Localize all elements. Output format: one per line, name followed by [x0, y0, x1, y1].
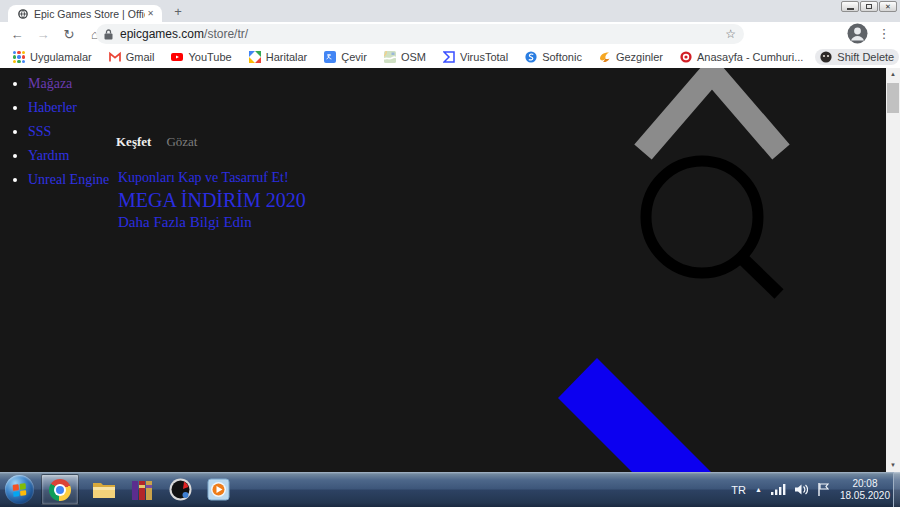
- network-signal-icon[interactable]: [771, 484, 786, 495]
- show-desktop-button[interactable]: [893, 472, 900, 507]
- url-domain: epicgames.com: [120, 27, 204, 41]
- apps-grid-icon: [13, 51, 25, 63]
- tab-browse[interactable]: Gözat: [166, 134, 197, 150]
- chevron-up-graphic: [643, 72, 781, 152]
- nav-item-magaza: Mağaza: [28, 76, 109, 92]
- bookmark-star-icon[interactable]: ☆: [725, 27, 736, 41]
- store-tabs: Keşfet Gözat: [116, 134, 197, 150]
- taskbar-clock[interactable]: 20:08 18.05.2020: [840, 478, 890, 502]
- osm-map-icon: [384, 51, 396, 63]
- taskbar-wmp-button[interactable]: [199, 474, 237, 505]
- bookmark-apps[interactable]: Uygulamalar: [8, 49, 97, 65]
- action-center-flag-icon[interactable]: [817, 483, 829, 496]
- bookmark-anasayfa[interactable]: Anasayfa - Cumhuri...: [675, 49, 808, 65]
- taskbar-chrome-button[interactable]: [41, 474, 79, 505]
- maps-icon: [249, 51, 261, 63]
- profile-avatar[interactable]: [847, 23, 868, 44]
- blue-bar-graphic: [558, 358, 711, 472]
- shift-delete-icon: [820, 51, 832, 63]
- magnifier-handle-graphic: [742, 258, 779, 294]
- minimize-icon: [847, 8, 854, 10]
- maximize-icon: [866, 4, 872, 9]
- nav-item-unreal-engine: Unreal Engine: [28, 172, 109, 188]
- window-controls: ✕: [841, 1, 897, 12]
- gezginler-icon: [599, 51, 611, 63]
- bookmark-translate[interactable]: Çevir: [319, 49, 372, 65]
- tab-strip: Epic Games Store | Official Site ✕ + ✕: [0, 0, 900, 22]
- taskbar-explorer-button[interactable]: [85, 474, 123, 505]
- browser-tab[interactable]: Epic Games Store | Official Site ✕: [8, 5, 162, 22]
- page-content: Mağaza Haberler SSS Yardım Unreal Engine…: [0, 68, 886, 472]
- promo-link-learn-more[interactable]: Daha Fazla Bilgi Edin: [118, 214, 306, 231]
- nav-link-unreal-engine[interactable]: Unreal Engine: [28, 172, 109, 187]
- nav-link-sss[interactable]: SSS: [28, 124, 51, 139]
- promo-link-coupons[interactable]: Kuponları Kap ve Tasarruf Et!: [118, 170, 306, 186]
- nav-link-haberler[interactable]: Haberler: [28, 100, 77, 115]
- tab-close-icon[interactable]: ✕: [145, 9, 156, 18]
- chrome-icon: [49, 479, 71, 501]
- address-bar[interactable]: epicgames.com/store/tr/ ☆: [96, 24, 744, 44]
- bookmark-osm[interactable]: OSM: [379, 49, 431, 65]
- browser-toolbar: ← → ↻ ⌂ epicgames.com/store/tr/ ☆ ⋮: [0, 22, 900, 46]
- tab-title: Epic Games Store | Official Site: [34, 8, 145, 20]
- reload-icon[interactable]: ↻: [56, 27, 82, 42]
- promo-link-mega-sale[interactable]: MEGA İNDİRİM 2020: [118, 189, 306, 212]
- bookmark-virustotal[interactable]: VirusTotal: [438, 49, 513, 65]
- recorder-app-icon: [169, 478, 192, 501]
- volume-icon[interactable]: [795, 484, 808, 495]
- language-indicator[interactable]: TR: [731, 484, 746, 496]
- folder-icon: [92, 480, 116, 499]
- taskbar-recorder-button[interactable]: [161, 474, 199, 505]
- nav-item-haberler: Haberler: [28, 100, 109, 116]
- scroll-down-icon[interactable]: ▼: [886, 459, 900, 472]
- nav-item-sss: SSS: [28, 124, 109, 140]
- page-artwork: [0, 68, 886, 472]
- minimize-button[interactable]: [841, 1, 859, 12]
- media-player-icon: [207, 478, 230, 501]
- scrollbar-thumb[interactable]: [887, 83, 899, 113]
- bookmark-gezginler[interactable]: Gezginler: [594, 49, 668, 65]
- scroll-up-icon[interactable]: ▲: [886, 68, 900, 81]
- winrar-icon: [131, 479, 153, 501]
- bookmark-softonic[interactable]: Softonic: [520, 49, 587, 65]
- nav-link-magaza[interactable]: Mağaza: [28, 76, 72, 91]
- clock-time: 20:08: [840, 478, 890, 490]
- close-button[interactable]: ✕: [879, 1, 897, 12]
- clock-date: 18.05.2020: [840, 490, 890, 502]
- page-scrollbar[interactable]: ▲ ▼: [886, 68, 900, 472]
- maximize-button[interactable]: [860, 1, 878, 12]
- bookmark-maps[interactable]: Haritalar: [244, 49, 313, 65]
- lock-icon: [104, 29, 113, 40]
- promo-block: Kuponları Kap ve Tasarruf Et! MEGA İNDİR…: [118, 170, 306, 231]
- gmail-icon: [109, 51, 121, 63]
- url-path: /store/tr/: [204, 27, 248, 41]
- virustotal-icon: [443, 51, 455, 63]
- url-text: epicgames.com/store/tr/: [120, 27, 248, 41]
- new-tab-button[interactable]: +: [170, 4, 186, 20]
- start-button[interactable]: [5, 475, 34, 504]
- forward-icon[interactable]: →: [30, 27, 56, 42]
- nav-item-yardim: Yardım: [28, 148, 109, 164]
- magnifier-glass-graphic: [646, 161, 758, 273]
- system-tray: TR ▲ 20:08 18.05.2020: [731, 472, 890, 507]
- anasayfa-icon: [680, 51, 692, 63]
- bookmark-gmail[interactable]: Gmail: [104, 49, 160, 65]
- back-icon[interactable]: ←: [4, 27, 30, 42]
- browser-menu-icon[interactable]: ⋮: [876, 24, 892, 44]
- bookmark-shift-delete[interactable]: Shift Delete: [815, 49, 899, 65]
- windows-taskbar: TR ▲ 20:08 18.05.2020: [0, 472, 900, 507]
- nav-link-yardim[interactable]: Yardım: [28, 148, 69, 163]
- tray-expand-icon[interactable]: ▲: [755, 486, 762, 493]
- softonic-icon: [525, 51, 537, 63]
- site-nav-list: Mağaza Haberler SSS Yardım Unreal Engine: [28, 76, 109, 196]
- translate-icon: [324, 51, 336, 63]
- youtube-icon: [171, 51, 183, 63]
- tab-explore[interactable]: Keşfet: [116, 134, 151, 150]
- taskbar-winrar-button[interactable]: [123, 474, 161, 505]
- windows-logo-icon: [13, 483, 27, 497]
- bookmarks-bar: Uygulamalar Gmail YouTube Haritalar Çevi…: [0, 46, 900, 68]
- site-favicon-icon: [18, 9, 28, 19]
- bookmark-youtube[interactable]: YouTube: [166, 49, 236, 65]
